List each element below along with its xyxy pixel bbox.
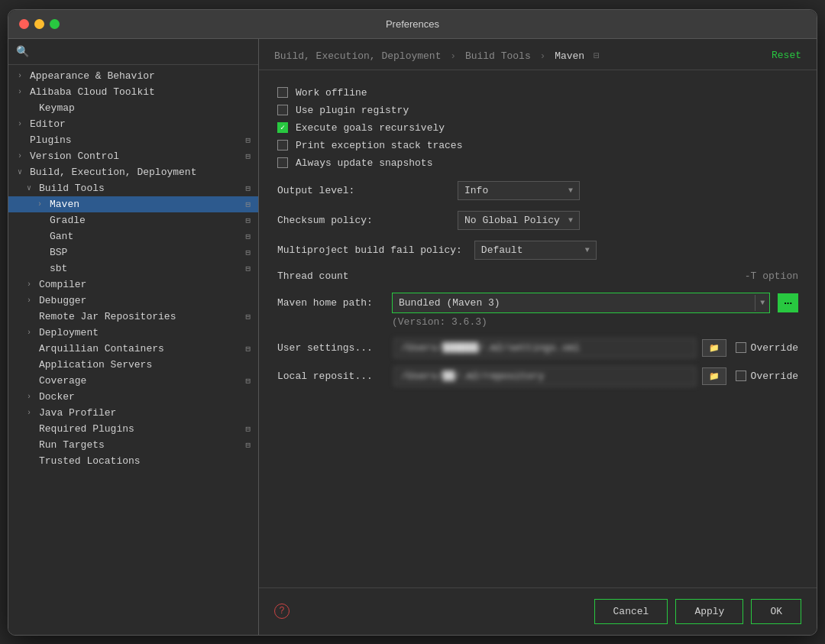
user-settings-override-checkbox[interactable]	[736, 342, 746, 353]
sidebar-item-gradle[interactable]: Gradle ⊟	[8, 212, 258, 228]
arrow-icon: ›	[27, 296, 36, 305]
sidebar-item-label: Alibaba Cloud Toolkit	[30, 86, 155, 98]
checksum-policy-value: No Global Policy	[464, 215, 562, 226]
maven-home-input-wrap: ▼	[392, 293, 770, 313]
sidebar: 🔍 › Appearance & Behavior › Alibaba Clou…	[8, 39, 259, 635]
multiproject-policy-label: Multiproject build fail policy:	[277, 244, 462, 256]
fullscreen-button[interactable]	[50, 19, 60, 29]
dropdown-arrow-icon: ▼	[568, 186, 573, 195]
settings-icon: ⊟	[245, 248, 251, 257]
sidebar-item-label: Appearance & Behavior	[30, 70, 155, 82]
output-level-row: Output level: Info ▼	[277, 181, 798, 200]
sidebar-item-build-exec[interactable]: ∨ Build, Execution, Deployment	[8, 164, 258, 180]
thread-count-row: Thread count -T option	[277, 270, 798, 282]
sidebar-item-label: Plugins	[30, 134, 72, 146]
sidebar-item-gant[interactable]: Gant ⊟	[8, 228, 258, 244]
sidebar-item-label: Run Targets	[39, 439, 105, 451]
sidebar-item-label: Coverage	[39, 375, 86, 387]
checkbox-always-update: Always update snapshots	[277, 157, 798, 169]
settings-icon: ⊟	[245, 199, 251, 209]
arrow-icon: ∨	[27, 183, 36, 193]
sidebar-item-compiler[interactable]: › Compiler	[8, 277, 258, 293]
checksum-policy-dropdown[interactable]: No Global Policy ▼	[458, 211, 580, 230]
footer: ? Cancel Apply OK	[259, 587, 817, 635]
maven-home-input[interactable]	[393, 293, 755, 312]
user-settings-label: User settings...	[277, 342, 388, 354]
breadcrumb: Build, Execution, Deployment › Build Too…	[274, 50, 603, 62]
settings-icon: ⊟	[245, 344, 251, 354]
sidebar-item-label: Build Tools	[39, 183, 105, 194]
use-plugin-registry-checkbox[interactable]	[277, 105, 288, 115]
sidebar-item-deployment[interactable]: › Deployment	[8, 325, 258, 341]
local-repo-path: /Users/██/.m2/repository	[394, 367, 696, 386]
checkbox-work-offline: Work offline	[277, 87, 798, 99]
thread-option-label: -T option	[745, 270, 798, 282]
minimize-button[interactable]	[34, 19, 44, 29]
close-button[interactable]	[19, 19, 29, 29]
sidebar-item-label: Application Servers	[39, 359, 152, 371]
settings-icon: ⊟	[245, 440, 251, 450]
maven-home-row: Maven home path: ▼ ···	[277, 293, 798, 313]
apply-button[interactable]: Apply	[675, 599, 743, 624]
settings-area: Work offline Use plugin registry ✓ Execu…	[259, 70, 817, 587]
maven-browse-button[interactable]: ···	[778, 293, 798, 312]
sidebar-item-label: Docker	[39, 391, 75, 403]
sidebar-item-label: BSP	[50, 247, 67, 258]
sidebar-item-label: Maven	[50, 199, 79, 210]
preferences-window: Preferences 🔍 › Appearance & Behavior › …	[8, 9, 817, 636]
sidebar-item-remote-jar[interactable]: Remote Jar Repositories ⊟	[8, 309, 258, 325]
local-repo-browse-button[interactable]: 📁	[702, 367, 726, 385]
output-level-label: Output level:	[277, 185, 445, 196]
output-level-dropdown[interactable]: Info ▼	[458, 181, 580, 200]
cancel-button[interactable]: Cancel	[594, 599, 668, 624]
output-level-value: Info	[464, 185, 562, 196]
print-exception-checkbox[interactable]	[277, 140, 288, 150]
breadcrumb-sep1: ›	[450, 50, 456, 62]
traffic-lights	[19, 19, 60, 29]
execute-goals-checkbox[interactable]: ✓	[277, 122, 288, 133]
ok-button[interactable]: OK	[751, 599, 801, 624]
maven-home-dropdown-button[interactable]: ▼	[755, 295, 769, 311]
footer-right: Cancel Apply OK	[594, 599, 801, 624]
multiproject-policy-value: Default	[481, 244, 579, 256]
arrow-icon: ∨	[18, 167, 27, 176]
settings-icon: ⊟	[245, 183, 251, 193]
sidebar-item-debugger[interactable]: › Debugger	[8, 293, 258, 309]
sidebar-item-trusted-locations[interactable]: Trusted Locations	[8, 453, 258, 469]
sidebar-item-plugins[interactable]: Plugins ⊟	[8, 132, 258, 148]
multiproject-policy-dropdown[interactable]: Default ▼	[474, 241, 597, 260]
sidebar-item-keymap[interactable]: Keymap	[8, 100, 258, 116]
checksum-policy-row: Checksum policy: No Global Policy ▼	[277, 211, 798, 230]
sidebar-item-label: Build, Execution, Deployment	[30, 167, 196, 178]
sidebar-item-appearance[interactable]: › Appearance & Behavior	[8, 68, 258, 84]
sidebar-item-label: Compiler	[39, 279, 86, 290]
local-repo-override-checkbox[interactable]	[736, 371, 746, 381]
work-offline-checkbox[interactable]	[277, 87, 288, 98]
sidebar-item-bsp[interactable]: BSP ⊟	[8, 244, 258, 261]
settings-icon: ⊟	[245, 231, 251, 241]
sidebar-item-run-targets[interactable]: Run Targets ⊟	[8, 437, 258, 453]
sidebar-item-java-profiler[interactable]: › Java Profiler	[8, 405, 258, 421]
print-exception-label: Print exception stack traces	[296, 140, 462, 151]
sidebar-item-docker[interactable]: › Docker	[8, 389, 258, 405]
sidebar-item-required-plugins[interactable]: Required Plugins ⊟	[8, 421, 258, 437]
sidebar-item-maven[interactable]: › Maven ⊟	[8, 196, 258, 212]
sidebar-item-build-tools[interactable]: ∨ Build Tools ⊟	[8, 180, 258, 196]
breadcrumb-icon: ⊟	[594, 50, 600, 62]
sidebar-item-app-servers[interactable]: Application Servers	[8, 357, 258, 373]
reset-button[interactable]: Reset	[772, 50, 801, 61]
sidebar-item-label: Java Profiler	[39, 407, 116, 419]
sidebar-item-version-control[interactable]: › Version Control ⊟	[8, 148, 258, 164]
sidebar-item-label: Arquillian Containers	[39, 343, 164, 354]
arrow-icon: ›	[27, 409, 36, 417]
user-settings-browse-button[interactable]: 📁	[702, 339, 726, 357]
always-update-checkbox[interactable]	[277, 157, 288, 168]
content-panel: Build, Execution, Deployment › Build Too…	[259, 39, 817, 635]
sidebar-item-alibaba[interactable]: › Alibaba Cloud Toolkit	[8, 84, 258, 100]
local-repo-override-label: Override	[751, 371, 798, 382]
sidebar-item-arquillian[interactable]: Arquillian Containers ⊟	[8, 341, 258, 357]
help-button[interactable]: ?	[274, 604, 290, 619]
sidebar-item-coverage[interactable]: Coverage ⊟	[8, 373, 258, 389]
sidebar-item-sbt[interactable]: sbt ⊟	[8, 261, 258, 277]
sidebar-item-editor[interactable]: › Editor	[8, 116, 258, 132]
